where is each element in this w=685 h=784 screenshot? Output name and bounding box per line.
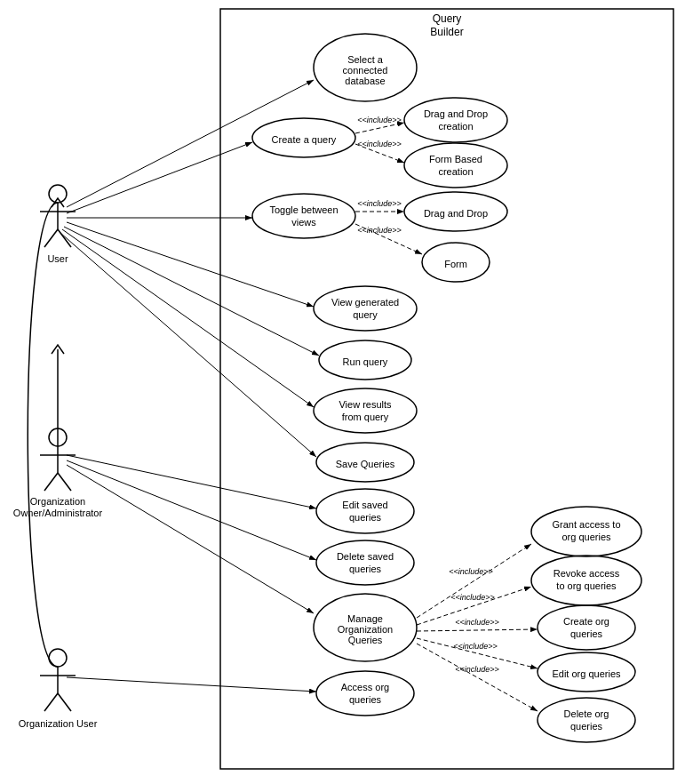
uc-create-org-label1: Create org [563,616,609,627]
uc-toggle-views-label2: views [291,217,316,228]
diagram-container: Query Builder User Organization Owner/Ad… [0,0,685,784]
assoc-admin-delete [67,460,316,560]
include-manage-create [417,629,538,631]
uc-drag-drop-creation-label1: Drag and Drop [424,108,488,119]
uc-select-database-label2: connected [343,65,388,76]
include-label-3: <<include>> [357,199,402,208]
uc-manage-org-label2: Organization [338,624,393,635]
org-admin-label1: Organization [30,496,85,507]
include-label-5: <<include>> [449,567,493,576]
uc-manage-org-label1: Manage [347,613,383,624]
uc-grant-access-label2: org queries [562,532,611,542]
org-user-actor-leg-right [58,693,71,711]
uc-select-database-label: Select a [347,54,384,65]
org-user-inheritance-line [28,203,58,667]
uc-edit-queries-label2: queries [349,512,382,523]
system-label: Query [433,12,462,25]
uc-toggle-views-label1: Toggle between [269,204,338,215]
include-label-7: <<include>> [455,618,499,627]
assoc-orguser-access [67,677,316,692]
org-user-actor-head [49,649,67,667]
uc-view-results-label1: View results [339,399,392,410]
uc-access-org-label2: queries [349,694,382,705]
uml-diagram: Query Builder User Organization Owner/Ad… [0,0,685,784]
uc-edit-queries-label1: Edit saved [342,500,387,510]
uc-save-queries-label: Save Queries [336,459,395,469]
uc-view-query-label1: View generated [331,297,399,308]
uc-view-results-label2: from query [342,412,389,422]
system-label2: Builder [430,26,463,38]
uc-revoke-access-label1: Revoke access [554,568,620,579]
uc-edit-org-label: Edit org queries [552,668,621,679]
uc-form-label: Form [444,259,467,269]
uc-form-based-label1: Form Based [429,154,482,164]
org-admin-actor-leg-left [44,473,58,491]
include-manage-grant [417,544,531,618]
uc-create-org-label2: queries [570,628,603,639]
include-label-9: <<include>> [455,665,499,674]
include-label-1: <<include>> [357,116,402,124]
assoc-admin-manage [67,465,314,613]
assoc-user-save [60,233,316,457]
uc-delete-queries-label1: Delete saved [337,551,394,562]
assoc-user-view-results [62,229,314,407]
uc-delete-queries-label2: queries [349,564,382,574]
user-actor-leg-right [58,229,71,247]
include-label-6: <<include>> [450,593,495,602]
uc-select-database-label3: database [345,76,385,86]
include-label-2: <<include>> [357,140,402,148]
include-manage-delete [417,644,538,711]
uc-access-org-label1: Access org [341,682,389,692]
user-actor-head [49,185,67,203]
uc-delete-org-label1: Delete org [564,708,609,719]
assoc-user-create-query [67,142,252,213]
include-label-8: <<include>> [453,642,498,651]
uc-grant-access-label1: Grant access to [552,519,620,530]
org-user-label: Organization User [19,718,98,729]
uc-create-query-label: Create a query [272,134,337,145]
uc-drag-drop-creation-label2: creation [438,121,473,132]
org-admin-label2: Owner/Administrator [13,508,103,518]
uc-form-based-label2: creation [438,166,473,177]
uc-run-query-label: Run query [343,356,388,367]
uc-manage-org-label3: Queries [348,635,383,645]
uc-delete-org-label2: queries [570,721,603,732]
uc-revoke-access-label2: to org queries [556,580,617,591]
assoc-admin-edit [67,455,316,508]
uc-view-query-label2: query [353,309,378,320]
uc-drag-drop-label: Drag and Drop [424,208,488,219]
org-admin-actor-leg-right [58,473,71,491]
user-actor-label: User [47,253,68,264]
include-label-4: <<include>> [357,226,402,235]
assoc-user-run-query [64,227,319,356]
user-actor-leg-left [44,229,58,247]
org-user-actor-leg-left [44,693,58,711]
